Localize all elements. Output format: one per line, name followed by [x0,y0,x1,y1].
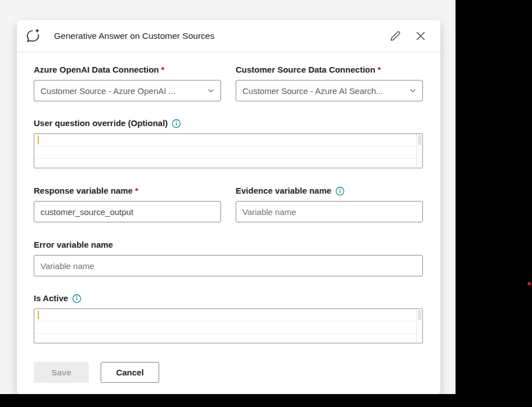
cancel-button[interactable]: Cancel [101,362,159,383]
customer-source-connection-field: Customer Source Data Connection * Custom… [236,64,423,101]
user-question-override-field: User question override (Optional) [34,118,423,168]
azure-openai-connection-label: Azure OpenAI Data Connection * [34,64,221,75]
response-variable-input[interactable] [34,201,221,222]
evidence-variable-label: Evidence variable name [236,185,423,196]
text-caret [38,136,39,144]
edit-pencil-icon[interactable] [385,26,404,46]
label-text: Error variable name [34,239,113,251]
editor-scrollbar[interactable] [416,134,422,168]
editor-rule-line [35,321,416,321]
evidence-variable-field: Evidence variable name [236,185,423,222]
dropdown-selected-value: Customer Source - Azure AI Search... [242,86,383,96]
is-active-editor[interactable] [34,308,423,343]
copilot-chat-sparkle-icon [24,26,43,46]
customer-source-connection-dropdown[interactable]: Customer Source - Azure AI Search... [236,80,423,101]
error-variable-input[interactable] [34,255,423,276]
black-backdrop-right [456,0,532,407]
is-active-field: Is Active [34,293,423,343]
is-active-label: Is Active [34,293,423,304]
label-text: Azure OpenAI Data Connection [34,64,159,75]
user-question-override-label: User question override (Optional) [34,118,423,129]
dialog-header: Generative Answer on Customer Sources [17,20,440,52]
connection-row: Azure OpenAI Data Connection * Customer … [34,64,423,101]
editor-rule-line [35,158,416,159]
info-icon[interactable] [72,294,82,303]
error-variable-field: Error variable name [34,239,423,276]
info-icon[interactable] [172,119,181,128]
dialog-title: Generative Answer on Customer Sources [54,31,214,41]
label-text: Is Active [34,293,68,304]
label-text: Customer Source Data Connection [236,64,375,75]
editor-rule-line [35,333,416,334]
editor-scrollbar[interactable] [416,309,422,343]
dialog-body: Azure OpenAI Data Connection * Customer … [17,52,440,383]
evidence-variable-input[interactable] [236,201,423,222]
editor-rule-line [35,146,416,146]
variable-row: Response variable name * Evidence variab… [34,185,423,222]
chevron-down-icon [409,87,417,95]
scrollbar-thumb[interactable] [418,310,421,320]
response-variable-field: Response variable name * [34,185,221,222]
text-caret [38,311,39,319]
user-question-override-editor[interactable] [34,133,423,168]
required-asterisk: * [161,64,165,75]
black-backdrop-bottom [0,394,532,407]
required-asterisk: * [135,185,138,196]
customer-source-connection-label: Customer Source Data Connection * [236,64,423,75]
label-text: User question override (Optional) [34,118,168,129]
required-asterisk: * [377,64,381,75]
red-dot-artifact [528,282,531,285]
response-variable-label: Response variable name * [34,185,221,196]
scrollbar-thumb[interactable] [418,135,421,145]
azure-openai-connection-field: Azure OpenAI Data Connection * Customer … [34,64,221,101]
dropdown-selected-value: Customer Source - Azure OpenAI ... [40,86,175,96]
chevron-down-icon [207,87,215,95]
azure-openai-connection-dropdown[interactable]: Customer Source - Azure OpenAI ... [34,80,221,101]
error-variable-label: Error variable name [34,239,423,251]
close-icon[interactable] [411,26,430,46]
info-icon[interactable] [335,186,345,196]
label-text: Response variable name [34,185,133,196]
save-button[interactable]: Save [34,362,89,383]
generative-answer-dialog: Generative Answer on Customer Sources Az… [17,20,440,394]
label-text: Evidence variable name [236,185,331,196]
dialog-footer: Save Cancel [34,362,423,383]
